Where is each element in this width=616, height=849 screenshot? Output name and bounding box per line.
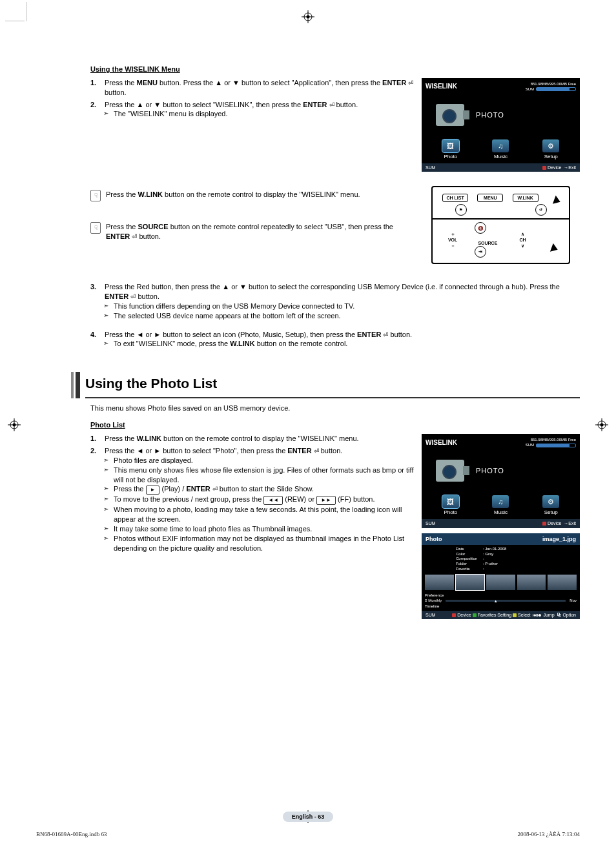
tv-photo-label: PHOTO	[476, 110, 504, 120]
remote-vol-label: VOL	[448, 238, 457, 242]
pointer-arrow-icon	[545, 240, 557, 251]
remote-mute-button: 🔇	[475, 222, 486, 234]
pl-filename: image_1.jpg	[542, 535, 576, 543]
pl-note-4: To move to the previous / next group, pr…	[114, 495, 414, 505]
storage-bar-icon	[536, 444, 576, 447]
red-button-icon	[452, 613, 456, 617]
enter-icon: ⏎	[408, 79, 413, 88]
section-title-wiselink-menu: Using the WISELINK Menu	[90, 65, 580, 74]
enter-label: ENTER	[186, 485, 210, 493]
photo-icon: 🖼	[442, 139, 459, 152]
enter-icon: ⏎	[314, 447, 319, 456]
registration-mark-icon	[595, 418, 608, 431]
pl-timeline: Timeline	[425, 604, 577, 609]
page-number-pill: English - 63	[283, 812, 334, 822]
tv-title: WISELINK	[426, 82, 457, 91]
enter-label: ENTER	[105, 292, 128, 300]
green-button-icon	[473, 613, 477, 617]
hand-icon: ☟	[90, 190, 101, 201]
thumbnail	[486, 575, 515, 590]
step-1: 1. Press the MENU button. Press the ▲ or…	[90, 78, 414, 97]
camera-icon	[436, 104, 464, 126]
remote-diagram: CH LIST MENU W.LINK ⚑ ↺ ＋VOL－ 🔇SOURCE⇥	[431, 186, 570, 264]
thumbnail-selected	[456, 575, 485, 590]
step-2: 2. Press the ▲ or ▼ button to select "WI…	[90, 100, 414, 119]
pl-note-7: Photos without EXIF information may not …	[114, 534, 414, 553]
pl-monthly: Monthly	[428, 598, 442, 602]
tv-title: WISELINK	[426, 438, 457, 447]
remote-menu-button: MENU	[477, 194, 503, 202]
red-button-icon	[542, 522, 546, 526]
pl-header: Photo	[426, 535, 442, 543]
doc-filename: BN68-01669A-00Eng.indb 63	[36, 831, 107, 837]
remote-tip-source: ☟ Press the SOURCE button on the remote …	[90, 222, 414, 241]
svg-point-11	[13, 423, 16, 426]
music-icon: ♫	[492, 139, 509, 152]
enter-icon: ⏎	[329, 101, 334, 110]
tv-tab-setup: ⚙Setup	[542, 139, 559, 161]
tv-tab-photo: 🖼Photo	[442, 139, 459, 161]
heading-photo-list: Using the Photo List	[71, 372, 580, 398]
rew-icon: ◄◄	[263, 496, 283, 505]
screenshot-wiselink-2: WISELINK 851.98MB/995.00MB FreeSUM PHOTO…	[422, 434, 580, 527]
hand-icon: ☟	[90, 222, 101, 234]
step3-note1: This function differs depending on the U…	[114, 302, 580, 311]
enter-label: ENTER	[382, 79, 406, 87]
red-button-icon	[542, 166, 546, 170]
remote-ch-label: CH	[520, 238, 526, 242]
remote-source-button: ⇥	[475, 246, 486, 258]
crop-mark	[5, 21, 25, 21]
thumbnail	[548, 575, 577, 590]
pl-note-1: Photo files are displayed.	[114, 456, 414, 465]
pl-step-2: 2. Press the ◄ or ► button to select "Ph…	[90, 446, 414, 553]
wlink-label: W.LINK	[230, 340, 255, 347]
doc-timestamp: 2008-06-13 ¿ÀÈÄ 7:13:04	[518, 831, 580, 837]
registration-mark-icon	[302, 10, 314, 23]
yellow-button-icon	[513, 613, 517, 617]
thumbnail	[517, 575, 546, 590]
enter-icon: ⏎	[130, 292, 136, 302]
screenshot-photolist: Photoimage_1.jpg Date: Jan.01.2008 Color…	[422, 533, 580, 620]
remote-return-button: ↺	[535, 204, 547, 216]
tv-tab-music: ♫Music	[492, 139, 509, 161]
storage-bar-icon	[536, 87, 576, 91]
enter-icon: ⏎	[212, 485, 218, 494]
wlink-label: W.LINK	[138, 190, 163, 198]
pl-preference: Preference	[425, 593, 577, 598]
screenshot-wiselink: WISELINK 851.98MB/995.00MB FreeSUM PHOTO…	[422, 78, 580, 172]
tv-free-text: 851.98MB/995.00MB Free	[531, 82, 576, 86]
step-3: 3. Press the Red button, then press the …	[90, 282, 580, 320]
wlink-label: W.LINK	[137, 435, 162, 442]
svg-point-15	[601, 423, 604, 426]
thumbnail	[425, 575, 454, 590]
remote-source-label: SOURCE	[478, 241, 497, 245]
enter-icon: ⏎	[383, 331, 388, 340]
remote-tip-wlink: ☟ Press the W.LINK button on the remote …	[90, 190, 414, 201]
exit-label: Exit	[568, 165, 576, 170]
music-icon: ♫	[492, 495, 509, 508]
crop-mark	[26, 2, 26, 21]
enter-label: ENTER	[303, 101, 327, 108]
step2-note: The "WISELINK" menu is displayed.	[114, 109, 414, 119]
svg-point-3	[307, 15, 310, 19]
h2-text: Using the Photo List	[85, 372, 580, 398]
source-label: SOURCE	[138, 223, 169, 230]
pl-month-label: Nov	[570, 598, 577, 603]
pl-note-3: Press the ► (Play) / ENTER ⏎ button to s…	[114, 484, 414, 495]
camera-icon	[436, 460, 464, 482]
pointer-arrow-icon	[548, 192, 559, 203]
remote-wlink-button: W.LINK	[513, 194, 539, 202]
step4-note: To exit "WISELINK" mode, press the W.LIN…	[114, 339, 580, 349]
gear-icon: ⚙	[542, 495, 559, 508]
step1-text: Press the	[105, 79, 137, 87]
enter-icon: ⏎	[132, 232, 137, 241]
ff-icon: ►►	[316, 496, 336, 505]
pl-note-5: When moving to a photo, loading may take…	[114, 505, 414, 524]
registration-mark-icon	[8, 418, 21, 431]
tv-sum-label: SUM	[426, 165, 436, 170]
enter-label: ENTER	[287, 447, 311, 455]
enter-label: ENTER	[106, 232, 130, 240]
page-footer: English - 63	[0, 812, 616, 822]
section-title-photo-list: Photo List	[90, 420, 580, 430]
intro-text: This menu shows Photo files saved on an …	[90, 404, 580, 413]
